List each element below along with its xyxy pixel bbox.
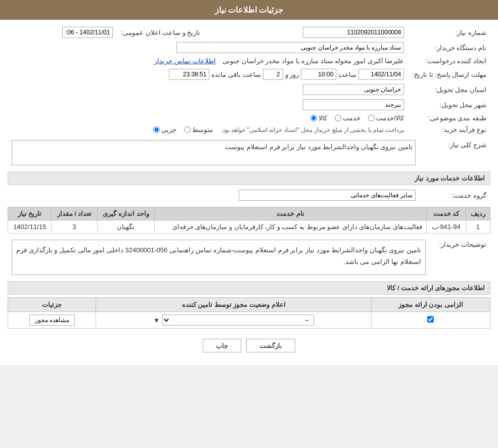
cell-date: 1402/11/15: [8, 220, 52, 234]
process-label-jozyi: جزیی: [161, 126, 176, 133]
deadline-label: مهلت ارسال پاسخ: تا تاریخ:: [408, 67, 490, 82]
print-button[interactable]: چاپ: [203, 339, 241, 352]
permits-section-title: اطلاعات مجوزهای ارائه خدمت / کالا: [8, 281, 490, 295]
cell-count: 3: [52, 220, 97, 234]
province-label: استان محل تحویل:: [408, 82, 490, 97]
permits-status-cell: -- ▼: [96, 312, 371, 329]
permits-status-select[interactable]: --: [162, 315, 314, 326]
page-title: جزئیات اطلاعات نیاز: [215, 6, 284, 14]
col-date: تاریخ نیاز: [8, 207, 52, 220]
back-button[interactable]: بازگشت: [246, 339, 295, 352]
buyer-org-input[interactable]: [176, 42, 404, 53]
announce-date-input[interactable]: [62, 27, 113, 38]
permits-required-checkbox[interactable]: [427, 316, 434, 323]
service-group-label: گروه خدمت:: [420, 188, 490, 203]
col-unit: واحد اندازه گیری: [97, 207, 155, 220]
services-table: ردیف کد خدمت نام خدمت واحد اندازه گیری ت…: [8, 207, 490, 234]
cell-row: 1: [466, 220, 490, 234]
info-table: شماره نیاز: تاریخ و ساعت اعلان عمومی: نا…: [8, 25, 490, 136]
buyer-remarks-box: تامین نیروی نگهبان واجدالشرایط مورد نیاز…: [12, 240, 426, 275]
footer-buttons: بازگشت چاپ: [8, 331, 490, 360]
general-desc-table: شرح کلی نیاز: تامین نیروی نگهبان واجدالش…: [8, 138, 490, 167]
permits-dropdown-icon: ▼: [153, 317, 160, 324]
cell-code: 941-94-ب: [427, 220, 466, 234]
contact-link[interactable]: اطلاعات تماس خریدار: [154, 57, 215, 65]
deadline-days-label: روز و: [285, 71, 299, 78]
deadline-remaining-input[interactable]: [169, 69, 209, 80]
remarks-table: توضیحات خریدار: تامین نیروی نگهبان واجدا…: [8, 238, 490, 277]
announce-date-label: تاریخ و ساعت اعلان عمومی:: [117, 25, 204, 40]
city-input[interactable]: [303, 99, 404, 110]
category-option-kala-khedmat[interactable]: کالا/خدمت: [368, 114, 404, 122]
general-desc-box: تامین نیروی نگهبان واجدالشرایط مورد نیاز…: [12, 140, 416, 165]
cell-unit: نگهبان: [97, 220, 155, 234]
cell-name: فعالیت‌های سازمان‌های دارای عضو مربوط به…: [155, 220, 427, 234]
process-label-mutawasset: متوسط: [192, 126, 213, 133]
deadline-date-input[interactable]: [358, 69, 404, 80]
requester-label: ایجاد کننده درخواست:: [408, 55, 490, 67]
category-label-kala-khedmat: کالا/خدمت: [376, 114, 404, 122]
process-radio-group: متوسط جزیی: [153, 126, 213, 133]
city-label: شهر محل تحویل:: [408, 97, 490, 112]
process-note: پرداخت تمام یا بخشی از مبلغ خریداز محل "…: [220, 126, 404, 133]
page-header: جزئیات اطلاعات نیاز: [0, 0, 498, 20]
permits-col-status: اعلام وضعیت مجوز توسط تامین کننده: [96, 298, 371, 312]
deadline-days-input[interactable]: [263, 69, 283, 80]
category-option-kala[interactable]: کالا: [310, 114, 327, 122]
category-radio-group: کالا/خدمت خدمت کالا: [310, 114, 404, 122]
category-label-kala: کالا: [319, 114, 327, 122]
province-input[interactable]: [303, 84, 404, 95]
permits-col-required: الزامی بودن ارائه مجوز: [371, 298, 490, 312]
requester-value: علیرضا اکبری امور محوله ستاد مبارزه با م…: [222, 57, 404, 65]
need-number-input[interactable]: [303, 27, 404, 38]
permits-table: الزامی بودن ارائه مجوز اعلام وضعیت مجوز …: [8, 297, 490, 329]
services-section-title: اطلاعات خدمات مورد نیاز: [8, 171, 490, 185]
view-permit-button[interactable]: مشاهده مجوز: [29, 315, 75, 326]
col-code: کد خدمت: [427, 207, 466, 220]
permits-details-cell: مشاهده مجوز: [8, 312, 96, 329]
service-group-input[interactable]: [239, 190, 416, 201]
process-label: نوع فرآیند خرید:: [408, 124, 490, 136]
permits-col-details: جزئیات: [8, 298, 96, 312]
col-name: نام خدمت: [155, 207, 427, 220]
process-option-mutawasset[interactable]: متوسط: [184, 126, 213, 133]
deadline-remaining-label: ساعت باقی مانده: [211, 71, 260, 78]
general-desc-label: شرح کلی نیاز:: [420, 138, 490, 167]
deadline-time-label: ساعت: [338, 71, 356, 78]
permits-row: -- ▼ مشاهده مجوز: [8, 312, 490, 329]
col-row: ردیف: [466, 207, 490, 220]
category-option-khedmat[interactable]: خدمت: [335, 114, 360, 122]
col-count: تعداد / مقدار: [52, 207, 97, 220]
service-group-table: گروه خدمت:: [8, 188, 490, 203]
process-option-jozyi[interactable]: جزیی: [153, 126, 176, 133]
need-number-label: شماره نیاز:: [408, 25, 490, 40]
table-row: 1 941-94-ب فعالیت‌های سازمان‌های دارای ع…: [8, 220, 490, 234]
category-label-khedmat: خدمت: [343, 114, 360, 122]
buyer-org-label: نام دستگاه خریدار:: [408, 40, 490, 55]
buyer-remarks-label: توضیحات خریدار:: [430, 238, 490, 277]
category-label: طبقه بندی موضوعی:: [408, 112, 490, 124]
permits-required-cell: [371, 312, 490, 329]
deadline-time-input[interactable]: [301, 69, 336, 80]
